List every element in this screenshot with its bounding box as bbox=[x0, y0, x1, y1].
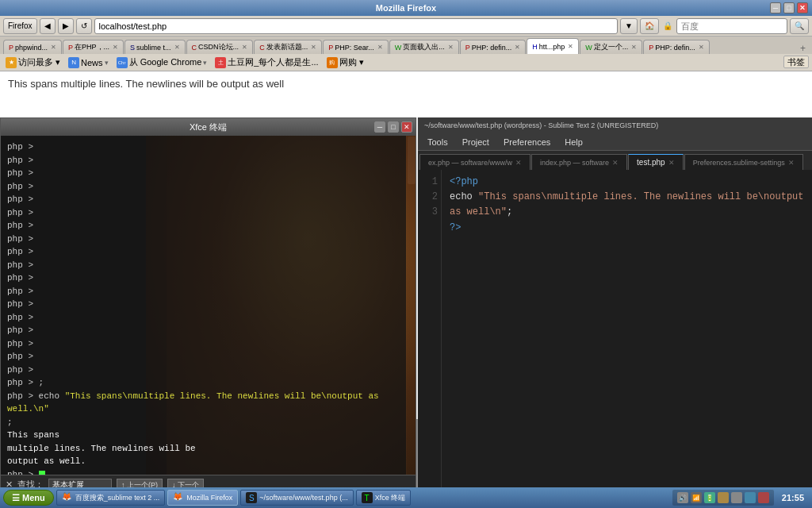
start-button-label: ☰ Menu bbox=[12, 493, 45, 503]
sublime-menu-preferences[interactable]: Preferences bbox=[497, 136, 557, 148]
tray-icon-bat[interactable]: 🔋 bbox=[704, 492, 715, 503]
bookmarks-label: 书签 bbox=[783, 56, 809, 68]
terminal-icon: T bbox=[362, 492, 373, 503]
browser-tab-bar: Pphpwind...✕ P在PHP，...✕ Ssublime t...✕ C… bbox=[0, 37, 812, 54]
clock-display: 21:55 bbox=[777, 493, 809, 502]
taskbar-item-terminal[interactable]: T Xfce 终端 bbox=[356, 490, 412, 506]
tray-icon-sys1[interactable] bbox=[718, 492, 729, 503]
sublime-tab-0-close[interactable]: ✕ bbox=[515, 159, 522, 167]
browser-tab-4[interactable]: C发表新话题...✕ bbox=[254, 40, 322, 54]
reload-button[interactable]: ↺ bbox=[76, 18, 92, 34]
terminal-output[interactable]: php > php > php > php > php > php > php … bbox=[1, 136, 406, 475]
search-input[interactable] bbox=[676, 18, 787, 34]
sublime-window: ~/software/www/test.php (wordpress) - Su… bbox=[418, 117, 812, 495]
terminal-body: php > php > php > php > php > php > php … bbox=[1, 136, 416, 475]
taskbar-item-firefox[interactable]: 🦊 Mozilla Firefox bbox=[167, 490, 238, 506]
bookmark-news[interactable]: N News ▾ bbox=[66, 56, 111, 69]
sublime-tab-bar: ex.php — software/www/w ✕ index.php — so… bbox=[418, 151, 812, 170]
terminal-title: Xfce 终端 bbox=[190, 121, 227, 133]
sublime-icon: S bbox=[246, 492, 257, 503]
browser-title: Mozilla Firefox bbox=[376, 3, 436, 13]
tray-icon-sys2[interactable] bbox=[731, 492, 742, 503]
close-button[interactable]: ✕ bbox=[797, 2, 808, 13]
bookmark-tudou[interactable]: 土 土豆网_每个人都是生... bbox=[213, 56, 320, 69]
sublime-tab-1-close[interactable]: ✕ bbox=[612, 159, 619, 167]
taskbar-item-sublime[interactable]: S ~/software/www/test.php (... bbox=[240, 490, 353, 506]
sublime-tab-1[interactable]: index.php — software ✕ bbox=[531, 154, 627, 170]
sublime-editor[interactable]: 1 2 3 <?php echo "This spans\nmultiple l… bbox=[418, 170, 812, 495]
firefox-menu-button[interactable]: Firefox bbox=[3, 18, 37, 34]
taskbar-item-baidu-label: 百度搜索_sublime text 2 ... bbox=[75, 493, 160, 503]
browser-tab-6[interactable]: W页面载入出...✕ bbox=[389, 40, 459, 54]
bookmarks-bar: ★ 访问最多 ▾ N News ▾ Chr 从 Google Chrome ▾ … bbox=[0, 54, 812, 71]
taskbar: ☰ Menu 🦊 百度搜索_sublime text 2 ... 🦊 Mozil… bbox=[0, 487, 812, 508]
bookmark-google-chrome[interactable]: Chr 从 Google Chrome ▾ bbox=[114, 56, 210, 69]
bookmark-most-visited[interactable]: ★ 访问最多 ▾ bbox=[3, 56, 63, 69]
bookmark-shop[interactable]: 购 网购 ▾ bbox=[324, 56, 366, 69]
browser-tab-0[interactable]: Pphpwind...✕ bbox=[3, 40, 62, 54]
page-content-text: This spans multiple lines. The newlines … bbox=[8, 78, 284, 90]
taskbar-right: 🔊 📶 🔋 21:55 bbox=[672, 490, 809, 506]
home-button[interactable]: 🏠 bbox=[640, 18, 659, 34]
forward-button[interactable]: ▶ bbox=[58, 18, 74, 34]
browser-tab-7[interactable]: PPHP: defin...✕ bbox=[460, 40, 527, 54]
address-go-button[interactable]: ▼ bbox=[620, 18, 638, 34]
browser-tab-1[interactable]: P在PHP，...✕ bbox=[63, 40, 124, 54]
start-button[interactable]: ☰ Menu bbox=[3, 490, 54, 506]
browser-tab-3[interactable]: CCSDN论坛...✕ bbox=[186, 40, 254, 54]
sublime-tab-3[interactable]: Preferences.sublime-settings ✕ bbox=[684, 154, 803, 170]
line-numbers: 1 2 3 bbox=[418, 170, 442, 495]
news-icon: N bbox=[68, 57, 79, 68]
browser-tab-10[interactable]: PPHP: defin...✕ bbox=[643, 40, 710, 54]
maximize-button[interactable]: □ bbox=[783, 2, 795, 13]
browser-tab-5[interactable]: PPHP: Sear...✕ bbox=[323, 40, 389, 54]
code-line-2: echo "This spans\nmultiple lines. The ne… bbox=[450, 190, 804, 220]
most-visited-icon: ★ bbox=[6, 57, 17, 68]
terminal-title-bar: Xfce 终端 ─ □ ✕ bbox=[1, 118, 416, 136]
taskbar-item-terminal-label: Xfce 终端 bbox=[375, 493, 406, 503]
sublime-tab-2[interactable]: test.php ✕ bbox=[628, 154, 684, 170]
sublime-tab-0[interactable]: ex.php — software/www/w ✕ bbox=[419, 154, 530, 170]
taskbar-item-baidu[interactable]: 🦊 百度搜索_sublime text 2 ... bbox=[56, 490, 166, 506]
terminal-close-button[interactable]: ✕ bbox=[401, 121, 412, 133]
terminal-minimize-button[interactable]: ─ bbox=[374, 121, 385, 133]
new-tab-button[interactable]: + bbox=[797, 43, 809, 54]
back-button[interactable]: ◀ bbox=[40, 18, 56, 34]
browser-tab-9[interactable]: W定义一个...✕ bbox=[580, 40, 642, 54]
chrome-icon: Chr bbox=[117, 57, 128, 68]
sublime-title-text: ~/software/www/test.php (wordpress) - Su… bbox=[424, 121, 658, 129]
sublime-tab-3-close[interactable]: ✕ bbox=[788, 159, 795, 167]
sublime-menu-help[interactable]: Help bbox=[558, 136, 589, 148]
most-visited-label: 访问最多 ▾ bbox=[18, 56, 60, 68]
search-button[interactable]: 🔍 bbox=[790, 18, 809, 34]
browser-title-bar: Mozilla Firefox ─ □ ✕ bbox=[0, 0, 812, 16]
sublime-tab-3-label: Preferences.sublime-settings bbox=[693, 159, 785, 167]
system-tray: 🔊 📶 🔋 bbox=[672, 490, 774, 506]
shop-label: 网购 ▾ bbox=[339, 56, 364, 68]
browser-content-area: This spans multiple lines. The newlines … bbox=[0, 71, 812, 123]
firefox-icon: 🦊 bbox=[173, 492, 184, 503]
tudou-icon: 土 bbox=[215, 57, 226, 68]
sublime-tab-1-label: index.php — software bbox=[540, 159, 609, 167]
address-bar[interactable] bbox=[94, 18, 619, 34]
sublime-menu-tools[interactable]: Tools bbox=[421, 136, 454, 148]
terminal-window: Xfce 终端 ─ □ ✕ php > php > php > php > ph… bbox=[0, 117, 416, 495]
terminal-window-controls: ─ □ ✕ bbox=[374, 121, 412, 133]
code-content[interactable]: <?php echo "This spans\nmultiple lines. … bbox=[442, 170, 812, 495]
news-label: News bbox=[81, 58, 103, 67]
tray-icon-vol[interactable]: 🔊 bbox=[677, 492, 688, 503]
taskbar-item-sublime-label: ~/software/www/test.php (... bbox=[259, 494, 347, 502]
minimize-button[interactable]: ─ bbox=[770, 2, 781, 13]
sublime-menu-project[interactable]: Project bbox=[456, 136, 496, 148]
tray-icon-net[interactable]: 📶 bbox=[691, 492, 702, 503]
browser-tab-active[interactable]: Hhtt...php✕ bbox=[527, 38, 579, 54]
tray-icon-sys3[interactable] bbox=[745, 492, 756, 503]
tudou-label: 土豆网_每个人都是生... bbox=[228, 56, 318, 68]
window-controls: ─ □ ✕ bbox=[770, 2, 808, 13]
bookmarks-manage[interactable]: 书签 bbox=[783, 56, 809, 68]
browser-tab-2[interactable]: Ssublime t...✕ bbox=[124, 40, 186, 54]
firefox-navbar: Firefox ◀ ▶ ↺ ▼ 🏠 🔒 🔍 bbox=[0, 16, 812, 37]
sublime-tab-2-close[interactable]: ✕ bbox=[668, 159, 675, 167]
terminal-maximize-button[interactable]: □ bbox=[388, 121, 399, 133]
tray-icon-sys4[interactable] bbox=[758, 492, 769, 503]
